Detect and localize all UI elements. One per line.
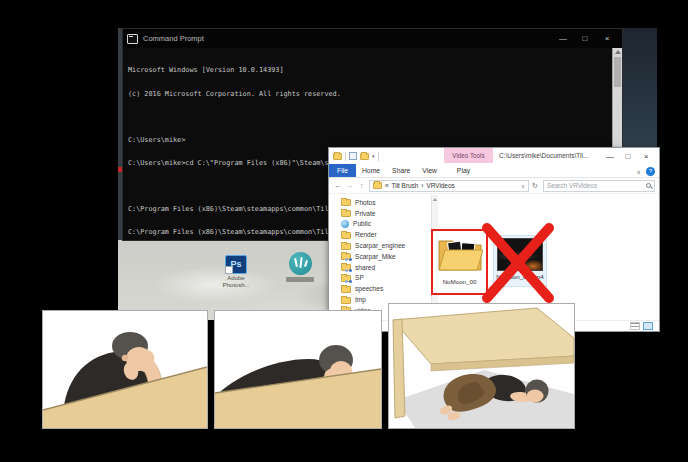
comic-panel-3-illustration	[389, 304, 574, 428]
sidebar-item-label: Private	[355, 210, 376, 217]
close-button[interactable]: ×	[637, 152, 655, 161]
minimize-button[interactable]: —	[552, 34, 574, 43]
breadcrumb-prefix[interactable]: «	[385, 182, 389, 189]
explorer-body: Photos Private Public Render Scarpar_eng…	[329, 195, 659, 320]
folder-icon	[341, 232, 351, 239]
up-icon[interactable]: ↑	[357, 181, 366, 190]
refresh-icon[interactable]: ↻	[532, 182, 538, 190]
terminal-line: C:\Users\mike>	[128, 137, 612, 145]
open-folder-thumbnail	[437, 234, 483, 272]
details-view-button[interactable]	[630, 322, 640, 330]
tab-home[interactable]: Home	[356, 164, 386, 177]
search-icon[interactable]	[646, 183, 651, 188]
desktop-icon-label: Adobe Photosh...	[218, 275, 254, 288]
comic-panel-1-illustration	[43, 311, 207, 428]
back-icon[interactable]: ←	[333, 181, 342, 190]
quick-access-toolbar: ▾	[333, 152, 379, 161]
sidebar-item-render[interactable]: Render	[341, 229, 429, 240]
explorer-window-title: C:\Users\mike\Documents\Til...	[499, 148, 588, 164]
maximize-button[interactable]: □	[619, 152, 637, 161]
comic-panel-2-illustration	[215, 311, 381, 428]
teal-app-icon	[289, 252, 312, 275]
file-item-nomoon-folder[interactable]: NoMoon_00	[431, 229, 488, 295]
meme-composite: Command Prompt — □ × Microsoft Windows […	[0, 0, 688, 462]
photoshop-icon: Ps	[225, 255, 247, 274]
desktop-icon-teal-app[interactable]	[282, 252, 318, 282]
sidebar-item-scarpar-enginee[interactable]: Scarpar_enginee	[341, 240, 429, 251]
navigation-pane: Photos Private Public Render Scarpar_eng…	[329, 195, 429, 320]
sidebar-item-label: Scarpar_Mike	[355, 253, 396, 260]
shared-folder-icon	[341, 275, 351, 282]
help-icon[interactable]: ?	[646, 167, 655, 176]
globe-icon	[341, 220, 349, 228]
separator	[378, 152, 379, 161]
search-input[interactable]	[547, 182, 644, 189]
sidebar-item-label: Render	[355, 231, 377, 238]
file-label: NoMoon_00	[433, 278, 486, 285]
scrollbar-thumb[interactable]	[614, 57, 621, 87]
sidebar-item-label: Photos	[355, 199, 376, 206]
sidebar-item-photos[interactable]: Photos	[341, 197, 429, 208]
file-item-nomoon-video[interactable]: NoMoon_00.mp4	[493, 235, 547, 287]
sidebar-item-scarpar-mike[interactable]: Scarpar_Mike	[341, 251, 429, 262]
qat-dropdown-icon[interactable]: ▾	[372, 153, 375, 159]
sidebar-item-label: Public	[353, 220, 371, 227]
minimize-button[interactable]: —	[601, 152, 619, 161]
desktop-icon-label-illegible	[286, 277, 314, 282]
breadcrumb-separator: ›	[421, 182, 423, 189]
command-prompt-icon	[127, 34, 138, 44]
breadcrumb[interactable]: « Tilt Brush › VRVideos ∨	[369, 180, 529, 192]
video-tools-contextual-tab[interactable]: Video Tools	[444, 148, 493, 163]
shared-folder-icon	[341, 264, 351, 271]
comic-panel-2	[214, 310, 382, 429]
address-bar: ← → ↑ « Tilt Brush › VRVideos ∨ ↻	[329, 178, 659, 194]
breadcrumb-item-tilt-brush[interactable]: Tilt Brush	[392, 182, 419, 189]
tab-file[interactable]: File	[329, 164, 356, 177]
explorer-titlebar[interactable]: ▾ Video Tools C:\Users\mike\Documents\Ti…	[329, 148, 659, 164]
ribbon-tabs: File Home Share View Play ∨ ?	[329, 164, 659, 178]
terminal-line	[128, 114, 612, 122]
sidebar-item-private[interactable]: Private	[341, 208, 429, 219]
shared-folder-icon	[341, 253, 351, 260]
close-button[interactable]: ×	[596, 34, 618, 43]
folder-icon	[373, 182, 382, 189]
tab-view[interactable]: View	[416, 164, 443, 177]
file-list: NoMoon_00 NoMoon_00.mp4	[429, 195, 659, 320]
sidebar-item-shared[interactable]: shared	[341, 262, 429, 273]
sidebar-item-public[interactable]: Public	[341, 219, 429, 230]
properties-icon[interactable]	[349, 152, 357, 160]
search-box	[543, 180, 655, 192]
scroll-up-icon[interactable]	[615, 50, 621, 54]
desktop-icon-photoshop[interactable]: Ps Adobe Photosh...	[218, 255, 254, 288]
video-thumbnail	[497, 238, 543, 271]
separator	[345, 152, 346, 161]
sidebar-item-label: SP	[355, 274, 364, 281]
forward-icon[interactable]: →	[345, 181, 354, 190]
command-prompt-titlebar[interactable]: Command Prompt — □ ×	[123, 29, 622, 48]
folder-icon[interactable]	[333, 153, 342, 160]
sidebar-item-speeches[interactable]: speeches	[341, 283, 429, 294]
sidebar-item-label: shared	[355, 264, 375, 271]
photoshop-glyph: Ps	[230, 259, 241, 269]
sidebar-item-label: Scarpar_enginee	[355, 242, 405, 249]
breadcrumb-item-vrvideos[interactable]: VRVideos	[426, 182, 454, 189]
new-folder-icon[interactable]	[360, 153, 369, 160]
command-prompt-title: Command Prompt	[143, 34, 552, 43]
terminal-line: Microsoft Windows [Version 10.0.14393]	[128, 67, 612, 75]
maximize-button[interactable]: □	[574, 34, 596, 43]
thumbnail-view-button[interactable]	[643, 322, 653, 330]
sidebar-item-label: speeches	[355, 285, 383, 292]
tab-share[interactable]: Share	[386, 164, 416, 177]
terminal-line: (c) 2016 Microsoft Corporation. All righ…	[128, 91, 612, 99]
sidebar-item-label: tmp	[355, 296, 366, 303]
folder-icon	[341, 243, 351, 250]
comic-panel-3	[388, 303, 575, 429]
file-label: NoMoon_00.mp4	[494, 273, 546, 280]
sidebar-item-sp[interactable]: SP	[341, 273, 429, 284]
ribbon-collapse-icon[interactable]: ∨	[637, 168, 641, 175]
tab-play[interactable]: Play	[451, 164, 476, 177]
chevron-down-icon[interactable]: ∨	[521, 183, 525, 189]
folder-icon	[341, 297, 351, 304]
folder-icon	[341, 199, 351, 206]
folder-icon	[341, 210, 351, 217]
